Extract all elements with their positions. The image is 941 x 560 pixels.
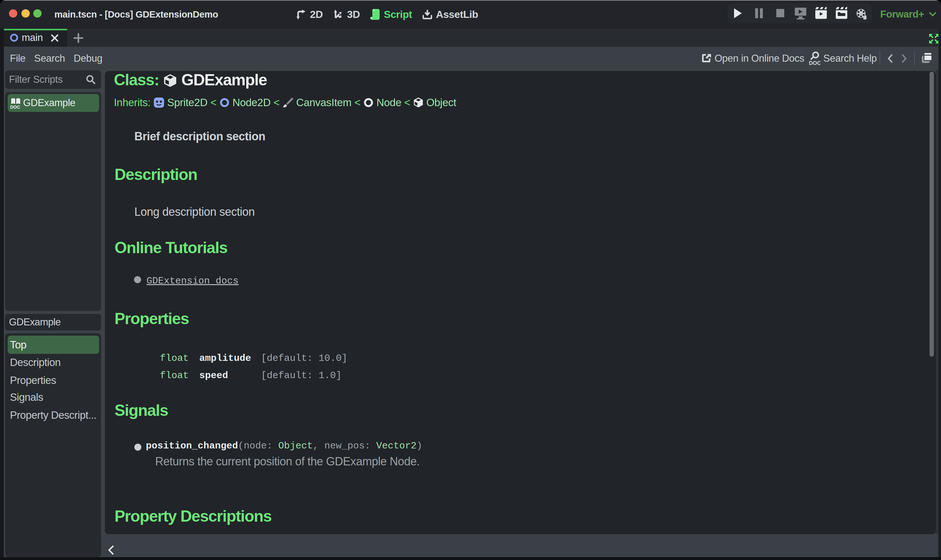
svg-text:DOC: DOC <box>809 60 821 66</box>
svg-text:DOC: DOC <box>10 105 20 110</box>
